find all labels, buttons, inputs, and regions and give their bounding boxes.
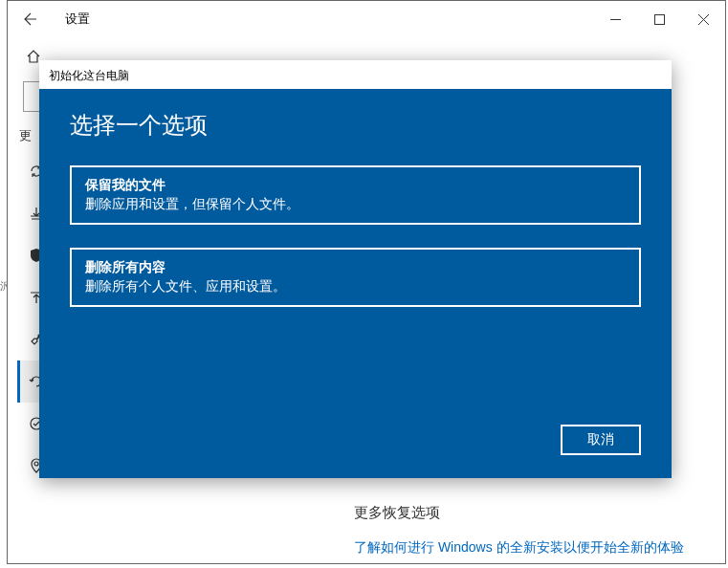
- window-title: 设置: [65, 11, 90, 28]
- window-controls: [593, 5, 725, 33]
- option-remove-title: 删除所有内容: [85, 259, 626, 276]
- reset-pc-dialog: 初始化这台电脑 选择一个选项 保留我的文件 删除应用和设置，但保留个人文件。 删…: [39, 60, 672, 478]
- more-recovery-heading: 更多恢复选项: [354, 504, 696, 522]
- dialog-footer: 取消: [70, 425, 641, 463]
- fresh-install-link[interactable]: 了解如何进行 Windows 的全新安装以便开始全新的体验: [354, 539, 696, 557]
- arrow-left-icon: [22, 11, 39, 28]
- svg-point-3: [34, 462, 38, 466]
- back-button[interactable]: [15, 4, 46, 34]
- dialog-heading: 选择一个选项: [70, 110, 641, 141]
- dialog-titlebar: 初始化这台电脑: [39, 60, 672, 89]
- option-remove-desc: 删除所有个人文件、应用和设置。: [85, 278, 626, 295]
- dialog-body: 选择一个选项 保留我的文件 删除应用和设置，但保留个人文件。 删除所有内容 删除…: [39, 89, 672, 478]
- minimize-icon: [610, 14, 621, 25]
- cancel-button[interactable]: 取消: [561, 425, 641, 455]
- option-keep-files-desc: 删除应用和设置，但保留个人文件。: [85, 196, 626, 213]
- minimize-button[interactable]: [593, 5, 637, 33]
- close-icon: [698, 14, 709, 25]
- svg-rect-1: [654, 14, 664, 24]
- maximize-icon: [654, 14, 665, 25]
- option-keep-files[interactable]: 保留我的文件 删除应用和设置，但保留个人文件。: [70, 165, 641, 225]
- titlebar: 设置: [8, 1, 725, 37]
- option-remove-everything[interactable]: 删除所有内容 删除所有个人文件、应用和设置。: [70, 248, 641, 307]
- maximize-button[interactable]: [637, 5, 681, 33]
- option-keep-files-title: 保留我的文件: [85, 177, 626, 194]
- close-button[interactable]: [681, 5, 725, 33]
